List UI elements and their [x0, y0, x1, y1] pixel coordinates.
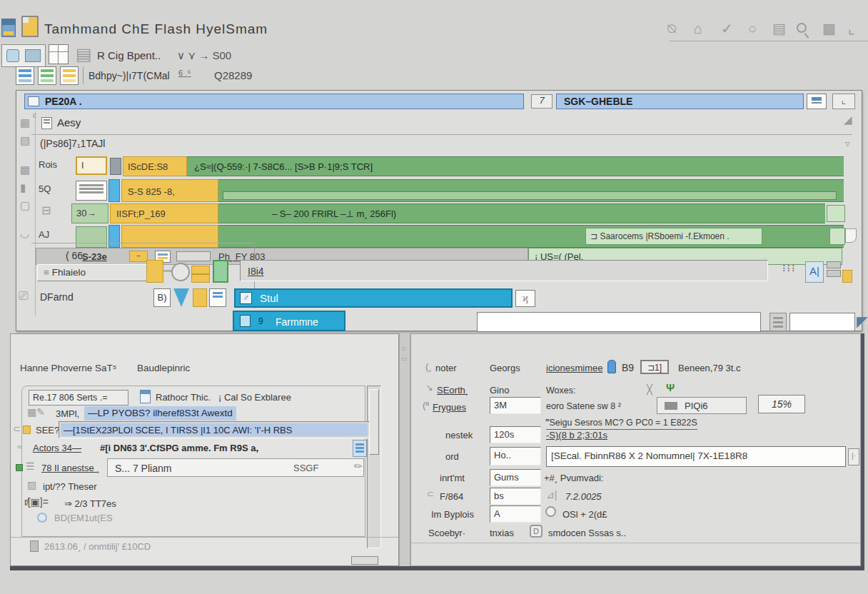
- home-icon[interactable]: ⌂: [694, 21, 702, 36]
- b-button[interactable]: B): [153, 288, 171, 307]
- sort-az-icon[interactable]: A|: [805, 261, 824, 283]
- rowA-yellow-cell[interactable]: IScDE:S8: [123, 156, 187, 176]
- subbar-yellow-chip[interactable]: −: [129, 251, 148, 262]
- rp-r3-percent-box[interactable]: 15%: [758, 395, 805, 413]
- strip-flag-icon[interactable]: ▢: [20, 200, 32, 211]
- export-icon[interactable]: ⌞: [848, 21, 854, 36]
- rowD-info-box[interactable]: ⊐ Saarocems |RSboemi -f.Ekmoen .: [585, 228, 762, 245]
- rowC-cell[interactable]: 30→: [71, 203, 108, 223]
- lp-r3-icon[interactable]: ⊂: [13, 424, 21, 433]
- check-icon[interactable]: ✓: [721, 21, 733, 36]
- rowC-yellow-cell[interactable]: IISFt;P_169: [110, 203, 218, 223]
- window-name-field[interactable]: SGK–GHEBLE: [556, 94, 804, 109]
- strip-refresh-icon[interactable]: ▧: [20, 135, 32, 146]
- funnel-icon[interactable]: [173, 288, 189, 307]
- active-tab[interactable]: 9 Farmmne: [233, 311, 345, 331]
- blue-list-icon[interactable]: [16, 66, 34, 85]
- rowA-cell[interactable]: I: [76, 156, 107, 175]
- strip-arc-icon[interactable]: ◡: [20, 228, 32, 238]
- yellow-chip-icon[interactable]: [193, 288, 207, 307]
- lp-r4-blue-icon[interactable]: [353, 440, 367, 457]
- rowD-pale-cell[interactable]: [76, 226, 107, 248]
- filter-input[interactable]: I8i4: [240, 260, 768, 281]
- expand-icon[interactable]: ▿: [845, 139, 850, 148]
- title-sort-icon[interactable]: [807, 94, 827, 109]
- rp-r8-icon: ⊂: [427, 490, 434, 498]
- pencil-tool-icon[interactable]: [6, 49, 19, 62]
- split-button[interactable]: [769, 313, 787, 331]
- corner-fold-icon[interactable]: ◢: [844, 114, 852, 125]
- blue-lines-icon[interactable]: [209, 288, 226, 307]
- flag-icon[interactable]: ⍉: [667, 21, 676, 36]
- rowD-blue-strip[interactable]: [108, 225, 120, 248]
- selected-row[interactable]: ♂ Stul: [234, 288, 513, 308]
- search-icon[interactable]: [797, 23, 807, 33]
- lp-r7-icons[interactable]: r̸[▣]=: [24, 497, 49, 507]
- circle-node-icon[interactable]: [171, 263, 190, 281]
- window-path-field[interactable]: PE20A .: [24, 94, 524, 109]
- yellow-list-icon[interactable]: [60, 66, 79, 85]
- circle-icon[interactable]: ○: [748, 21, 757, 36]
- list-tool-icon[interactable]: ▤: [76, 46, 92, 63]
- rowD-end-box[interactable]: [829, 228, 845, 245]
- stack-yellow-icon[interactable]: [191, 266, 210, 283]
- rowC-end-box[interactable]: [827, 205, 845, 222]
- rowC-green-cell[interactable]: – S– 200 FRIRL –⊥ m¸ 256Fl): [218, 203, 825, 223]
- rowA-green-cell[interactable]: ¿S≈|(Q-559:·| 7-S8C6... [S>B P·1|9;S TCR…: [187, 156, 844, 176]
- part-yellow-icon[interactable]: [146, 260, 163, 283]
- layout-icon[interactable]: [827, 261, 852, 283]
- rp-r6-input[interactable]: Ho..: [490, 447, 541, 465]
- filter-label-box[interactable]: ≡ Fhlaielo: [37, 264, 163, 281]
- left-scrollbar-thumb[interactable]: [369, 389, 379, 455]
- dotted-grid-icon[interactable]: ⁝⁝⁝: [782, 263, 801, 281]
- title-undo-button[interactable]: ⌞: [832, 94, 855, 109]
- app-icon-small[interactable]: [1, 19, 16, 37]
- rp-r3-input[interactable]: 3M: [490, 397, 541, 414]
- rp-r9-input[interactable]: A: [490, 505, 541, 523]
- eraser-tool-icon[interactable]: [25, 49, 41, 62]
- rp-r1-box[interactable]: ⊐1]: [640, 360, 669, 374]
- rowB-icon-cell[interactable]: [76, 181, 107, 201]
- lp-resize-grip[interactable]: [351, 556, 378, 565]
- rp-r8-input[interactable]: bs: [490, 488, 541, 505]
- rp-r6-side-button[interactable]: |·: [848, 448, 859, 465]
- lp-r2a: 3MPl,: [56, 408, 79, 419]
- title-small-button[interactable]: 7: [531, 94, 552, 109]
- command-input[interactable]: [477, 312, 761, 332]
- rp-r6-long-input[interactable]: [SEcal. FbinnR86 X 2 Nomumnel| 7X-1E18R8: [546, 446, 846, 467]
- rowB-green-cell[interactable]: [218, 179, 844, 202]
- rowB-yellow-cell[interactable]: S-S 825 -8,: [121, 179, 218, 202]
- green-list-icon[interactable]: [38, 66, 56, 85]
- lp-r5-box[interactable]: S... 7 Plianm SSGF: [107, 458, 364, 477]
- rowD-green-cell[interactable]: ⊐ Saarocems |RSboemi -f.Ekmoen .: [218, 225, 844, 248]
- rp-r7-input[interactable]: Gums: [490, 469, 541, 486]
- rp-r1-link[interactable]: icionesmimee: [546, 363, 602, 373]
- rowB-blue-strip[interactable]: [108, 179, 120, 202]
- rowC-menu-icon[interactable]: ⊟: [41, 205, 51, 216]
- printer-icon[interactable]: ⎚: [19, 290, 29, 302]
- left-scrollbar[interactable]: [367, 386, 381, 548]
- rp-r3-button[interactable]: PIQi6: [657, 397, 747, 414]
- assembly-icon[interactable]: [41, 117, 52, 129]
- lp-r2-highlight[interactable]: —LP PYOBS? ilheref8S3t Awextd: [84, 406, 236, 421]
- strip-table-icon[interactable]: ▮: [20, 182, 32, 193]
- rowA-gray-cell[interactable]: [110, 158, 121, 175]
- lp-r3-field[interactable]: —[1StEX23PLOl SCEE, I TIRSS |I1 10C AWI:…: [59, 421, 370, 438]
- strip-grid-icon[interactable]: ▦: [20, 117, 32, 128]
- document-icon[interactable]: [21, 16, 39, 37]
- scribble-button[interactable]: ϗ: [515, 290, 535, 307]
- book-icon[interactable]: ▤: [772, 21, 786, 36]
- secondary-input[interactable]: [789, 313, 855, 331]
- grid-tool-icon[interactable]: [49, 44, 69, 64]
- subbar-field[interactable]: [176, 251, 211, 261]
- form-icon[interactable]: ▩: [822, 21, 836, 36]
- green-slot-icon[interactable]: [213, 260, 228, 283]
- rowD-yellow-cell[interactable]: [121, 225, 218, 248]
- strip-copy-icon[interactable]: ▩: [20, 164, 32, 175]
- panel-splitter[interactable]: ○ ▭: [399, 333, 410, 566]
- lp-r2-icon[interactable]: ▦✎: [27, 407, 45, 417]
- lp-field-sets[interactable]: Re.17 806 Serts .=: [29, 390, 128, 406]
- rp-r5-input[interactable]: 120s: [490, 426, 541, 443]
- radio-icon[interactable]: [545, 506, 556, 517]
- page-corner-icon[interactable]: [845, 228, 857, 243]
